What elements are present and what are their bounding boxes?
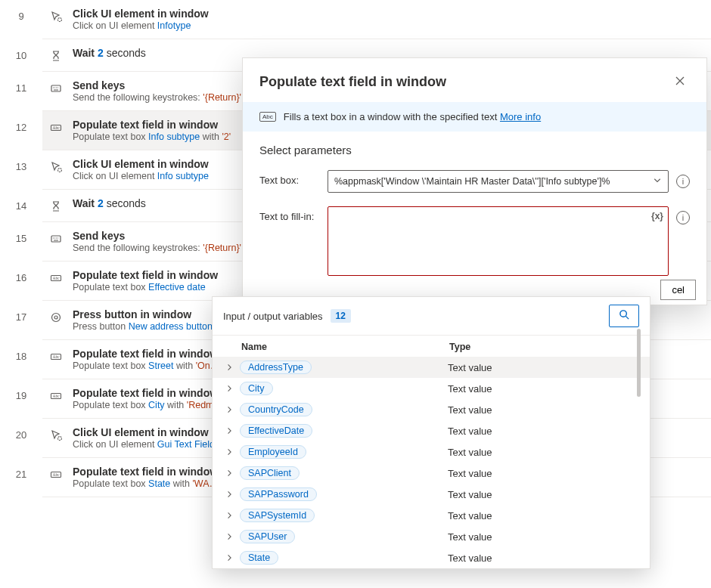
textbox-value: %appmask['Window \'Maintain HR Master Da… — [334, 176, 610, 187]
keyboard-icon — [48, 231, 64, 246]
chevron-down-icon — [653, 176, 662, 187]
cursor-icon — [48, 428, 64, 443]
wait-icon — [48, 48, 64, 63]
textbox-label: Text box: — [259, 170, 328, 186]
params-heading: Select parameters — [259, 144, 690, 156]
variable-name: EmployeeId — [240, 445, 306, 459]
varpop-heading: Input / output variables — [223, 311, 323, 322]
variable-name: SAPPassword — [240, 487, 317, 501]
step-number: 13 — [0, 150, 42, 190]
step-title: Click UI element in window — [73, 8, 700, 20]
wait-icon — [48, 199, 64, 214]
variable-name: EffectiveDate — [240, 424, 312, 438]
variable-row[interactable]: SAPSystemIdText value — [213, 505, 650, 526]
scrollbar[interactable] — [637, 329, 641, 397]
variable-type: Text value — [448, 447, 639, 458]
step-number: 20 — [0, 419, 42, 458]
search-button[interactable] — [609, 305, 639, 327]
variable-name: City — [240, 382, 273, 395]
abc-icon — [48, 271, 64, 286]
dialog-title: Populate text field in window — [259, 74, 446, 90]
variable-type: Text value — [448, 362, 639, 373]
variable-type: Text value — [448, 404, 639, 416]
variable-row[interactable]: SAPPasswordText value — [213, 484, 650, 505]
abc-icon — [48, 388, 64, 404]
step-desc: Click on UI element Infotype — [73, 20, 700, 31]
textbox-selector[interactable]: %appmask['Window \'Maintain HR Master Da… — [328, 170, 669, 193]
variable-type: Text value — [448, 510, 639, 521]
fillin-label: Text to fill-in: — [259, 206, 328, 222]
chevron-right-icon — [219, 427, 240, 435]
text-to-fill-input[interactable]: {x} — [328, 206, 669, 276]
keyboard-icon — [48, 81, 64, 96]
variable-type: Text value — [448, 531, 639, 543]
close-icon — [675, 76, 685, 88]
step-card[interactable]: Click UI element in windowClick on UI el… — [42, 0, 711, 39]
search-icon — [619, 309, 630, 323]
variable-row[interactable]: StateText value — [213, 547, 650, 568]
chevron-right-icon — [219, 469, 240, 477]
variable-row[interactable]: EffectiveDateText value — [213, 420, 650, 441]
step-number: 17 — [0, 301, 42, 340]
col-type: Type — [449, 342, 639, 352]
variable-row[interactable]: EmployeeIdText value — [213, 441, 650, 463]
step-number: 15 — [0, 222, 42, 262]
more-info-link[interactable]: More info — [500, 111, 541, 122]
variables-popup: Input / output variables 12 Name Type Ad… — [212, 296, 650, 569]
populate-dialog: Populate text field in window Abc Fills … — [242, 57, 707, 305]
cursor-icon — [48, 9, 64, 24]
close-button[interactable] — [670, 72, 690, 91]
abc-icon — [48, 467, 64, 482]
chevron-right-icon — [219, 385, 240, 392]
variable-row[interactable]: SAPUserText value — [213, 526, 650, 547]
cancel-button[interactable]: cel — [660, 280, 696, 300]
chevron-right-icon — [219, 554, 240, 562]
chevron-right-icon — [219, 448, 240, 456]
step-number: 21 — [0, 458, 42, 497]
variable-type: Text value — [448, 552, 639, 564]
varpop-count: 12 — [331, 309, 351, 323]
chevron-right-icon — [219, 533, 240, 540]
info-banner: Abc Fills a text box in a window with th… — [243, 102, 706, 132]
variable-name: SAPUser — [240, 530, 295, 543]
variable-type: Text value — [448, 426, 639, 437]
variable-type: Text value — [448, 383, 639, 395]
chevron-right-icon — [219, 406, 240, 413]
step-number: 14 — [0, 190, 42, 222]
chevron-right-icon — [219, 512, 240, 519]
step-number: 11 — [0, 72, 42, 111]
variable-row[interactable]: CountryCodeText value — [213, 399, 650, 420]
variable-row[interactable]: AddressTypeText value — [213, 357, 650, 378]
variable-name: AddressType — [240, 361, 312, 374]
cursor-icon — [48, 159, 64, 175]
step-number: 10 — [0, 39, 42, 72]
press-icon — [48, 310, 64, 325]
step-number: 19 — [0, 379, 42, 419]
variable-row[interactable]: SAPClientText value — [213, 463, 650, 484]
abc-icon — [48, 349, 64, 364]
chevron-right-icon — [219, 364, 240, 371]
insert-variable-button[interactable]: {x} — [651, 211, 663, 221]
step-number: 16 — [0, 262, 42, 301]
chevron-right-icon — [219, 491, 240, 498]
abc-icon — [48, 120, 64, 135]
variable-name: SAPSystemId — [240, 509, 315, 522]
info-icon[interactable]: i — [676, 175, 690, 188]
step-row[interactable]: 9Click UI element in windowClick on UI e… — [0, 0, 711, 39]
step-number: 9 — [0, 0, 42, 39]
variable-name: CountryCode — [240, 403, 312, 416]
variable-type: Text value — [448, 468, 639, 479]
variable-row[interactable]: CityText value — [213, 378, 650, 399]
col-name: Name — [241, 342, 449, 352]
variable-name: State — [240, 551, 278, 565]
info-icon[interactable]: i — [676, 211, 690, 224]
variable-type: Text value — [448, 489, 639, 500]
step-number: 12 — [0, 111, 42, 150]
variable-name: SAPClient — [240, 466, 300, 480]
step-number: 18 — [0, 340, 42, 379]
variables-list[interactable]: AddressTypeText valueCityText valueCount… — [213, 357, 650, 568]
info-text: Fills a text box in a window with the sp… — [284, 111, 498, 122]
abc-icon: Abc — [259, 112, 276, 122]
